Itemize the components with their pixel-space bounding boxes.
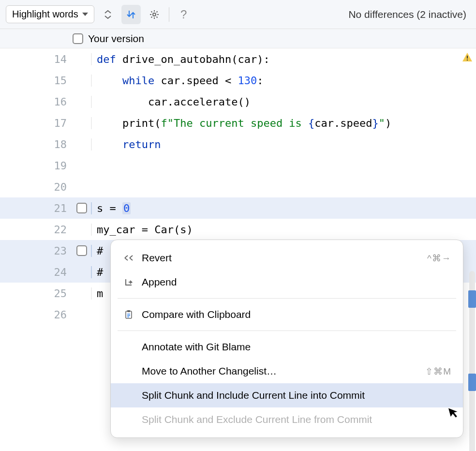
- menu-item-annotate-with-git-blame[interactable]: Annotate with Git Blame: [111, 335, 463, 359]
- version-bar: Your version: [0, 29, 476, 48]
- revert-icon: [122, 254, 135, 262]
- code-line[interactable]: 14def drive_on_autobahn(car):: [0, 48, 476, 70]
- code-line[interactable]: 17 print(f"The current speed is {car.spe…: [0, 112, 476, 134]
- append-icon: [122, 278, 135, 286]
- diff-toolbar: Highlight words ? No differences (2 inac…: [0, 0, 476, 29]
- context-menu: Revert^⌘→AppendCompare with ClipboardAnn…: [110, 240, 463, 438]
- line-number: 17: [0, 117, 73, 129]
- menu-item-split-chunk-and-exclude-current-line-from-commit: Split Chunk and Exclude Current Line fro…: [111, 407, 463, 432]
- line-number: 20: [0, 181, 73, 193]
- code-line[interactable]: 21s = 0: [0, 197, 476, 219]
- code-line[interactable]: 16 car.accelerate(): [0, 91, 476, 112]
- line-checkbox-slot: [73, 203, 91, 213]
- menu-separator: [118, 298, 456, 299]
- code-content[interactable]: car.accelerate(): [91, 96, 476, 108]
- menu-item-label: Compare with Clipboard: [142, 309, 451, 320]
- collapse-icon[interactable]: [98, 5, 118, 24]
- warning-icon[interactable]: [461, 51, 473, 63]
- code-line[interactable]: 18 return: [0, 134, 476, 155]
- code-line[interactable]: 20: [0, 176, 476, 197]
- line-checkbox-slot: [73, 245, 91, 256]
- line-number: 26: [0, 309, 73, 321]
- svg-rect-4: [127, 310, 130, 312]
- code-content[interactable]: return: [91, 138, 476, 150]
- menu-separator: [118, 331, 456, 331]
- line-number: 18: [0, 138, 73, 150]
- code-content[interactable]: def drive_on_autobahn(car):: [91, 53, 476, 65]
- version-label: Your version: [88, 33, 144, 45]
- line-number: 24: [0, 266, 73, 278]
- menu-item-label: Annotate with Git Blame: [142, 341, 451, 353]
- version-checkbox[interactable]: [73, 33, 83, 44]
- menu-item-label: Revert: [142, 252, 420, 264]
- svg-point-0: [153, 13, 156, 16]
- scrollbar-marker: [468, 374, 476, 391]
- code-line[interactable]: 15 while car.speed < 130:: [0, 70, 476, 91]
- menu-item-shortcut: ⇧⌘M: [425, 366, 451, 377]
- menu-item-label: Split Chunk and Exclude Current Line fro…: [142, 414, 451, 425]
- line-number: 14: [0, 53, 73, 65]
- line-number: 25: [0, 287, 73, 300]
- menu-item-label: Append: [142, 276, 451, 288]
- code-content[interactable]: while car.speed < 130:: [91, 75, 476, 87]
- code-content[interactable]: my_car = Car(s): [91, 224, 476, 236]
- code-content[interactable]: print(f"The current speed is {car.speed}…: [91, 117, 476, 129]
- line-number: 22: [0, 224, 73, 236]
- menu-item-split-chunk-and-include-current-line-into-commit[interactable]: Split Chunk and Include Current Line int…: [111, 383, 463, 407]
- include-line-checkbox[interactable]: [76, 203, 87, 213]
- menu-item-compare-with-clipboard[interactable]: Compare with Clipboard: [111, 302, 463, 327]
- menu-item-shortcut: ^⌘→: [427, 253, 451, 264]
- diff-status: No differences (2 inactive): [348, 9, 470, 20]
- menu-item-label: Split Chunk and Include Current Line int…: [142, 390, 451, 401]
- svg-rect-1: [467, 56, 468, 59]
- help-icon[interactable]: ?: [174, 5, 193, 24]
- include-line-checkbox[interactable]: [76, 245, 87, 256]
- line-number: 16: [0, 96, 73, 108]
- menu-item-move-to-another-changelist[interactable]: Move to Another Changelist…⇧⌘M: [111, 359, 463, 383]
- menu-item-append[interactable]: Append: [111, 270, 463, 294]
- highlight-mode-dropdown[interactable]: Highlight words: [6, 5, 94, 23]
- toolbar-separator: [169, 7, 169, 22]
- highlight-mode-label: Highlight words: [12, 9, 78, 20]
- svg-rect-2: [467, 60, 468, 60]
- code-line[interactable]: 19: [0, 155, 476, 176]
- menu-item-label: Move to Another Changelist…: [142, 365, 418, 377]
- line-number: 23: [0, 245, 73, 257]
- gear-icon[interactable]: [145, 5, 164, 24]
- code-line[interactable]: 22my_car = Car(s): [0, 219, 476, 240]
- line-number: 19: [0, 160, 73, 172]
- line-number: 15: [0, 75, 73, 87]
- code-content[interactable]: s = 0: [91, 202, 476, 214]
- chevron-down-icon: [82, 13, 88, 16]
- clipboard-icon: [122, 310, 135, 319]
- menu-item-revert[interactable]: Revert^⌘→: [111, 246, 463, 270]
- sync-scroll-icon[interactable]: [121, 5, 141, 24]
- line-number: 21: [0, 202, 73, 214]
- scrollbar-marker: [468, 290, 476, 308]
